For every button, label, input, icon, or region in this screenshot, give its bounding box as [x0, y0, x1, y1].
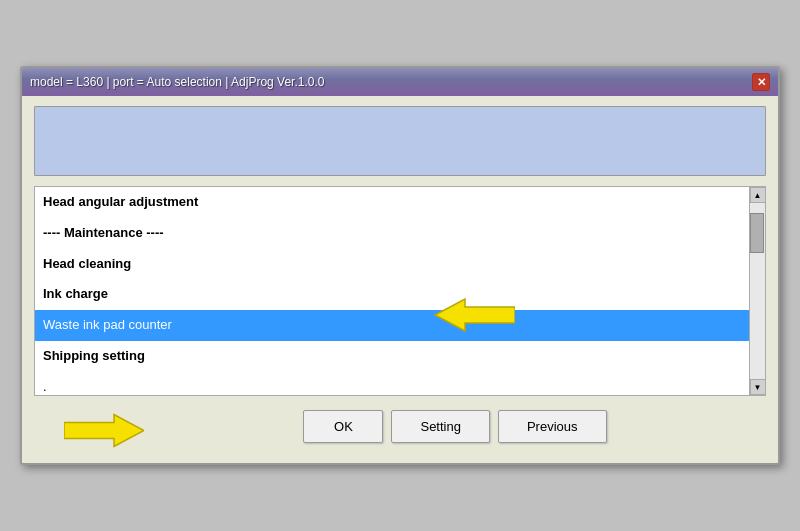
scrollbar: ▲ ▼	[749, 187, 765, 395]
ok-arrow-indicator	[64, 410, 144, 453]
setting-button[interactable]: Setting	[391, 410, 489, 443]
list-item[interactable]: Ink charge	[35, 279, 749, 310]
buttons-row: OK Setting Previous	[34, 410, 766, 453]
list-item[interactable]: Shipping setting	[35, 341, 749, 372]
list-item[interactable]: Waste ink pad counter	[35, 310, 749, 341]
scroll-thumb[interactable]	[750, 213, 764, 253]
list-item[interactable]: Head angular adjustment	[35, 187, 749, 218]
svg-marker-0	[64, 414, 144, 446]
close-button[interactable]: ✕	[752, 73, 770, 91]
scroll-track	[750, 203, 765, 379]
scroll-up-button[interactable]: ▲	[750, 187, 766, 203]
previous-button[interactable]: Previous	[498, 410, 607, 443]
content-area: Head angular adjustment---- Maintenance …	[22, 96, 778, 463]
list-items: Head angular adjustment---- Maintenance …	[35, 187, 749, 395]
ok-button[interactable]: OK	[303, 410, 383, 443]
yellow-right-arrow-icon	[64, 410, 144, 450]
list-container: Head angular adjustment---- Maintenance …	[34, 186, 766, 396]
close-icon: ✕	[757, 76, 766, 89]
scroll-down-button[interactable]: ▼	[750, 379, 766, 395]
list-item[interactable]: .	[35, 372, 749, 395]
list-item[interactable]: ---- Maintenance ----	[35, 218, 749, 249]
window-title: model = L360 | port = Auto selection | A…	[30, 75, 324, 89]
blue-display-area	[34, 106, 766, 176]
main-window: model = L360 | port = Auto selection | A…	[20, 66, 780, 465]
title-bar: model = L360 | port = Auto selection | A…	[22, 68, 778, 96]
list-item[interactable]: Head cleaning	[35, 249, 749, 280]
